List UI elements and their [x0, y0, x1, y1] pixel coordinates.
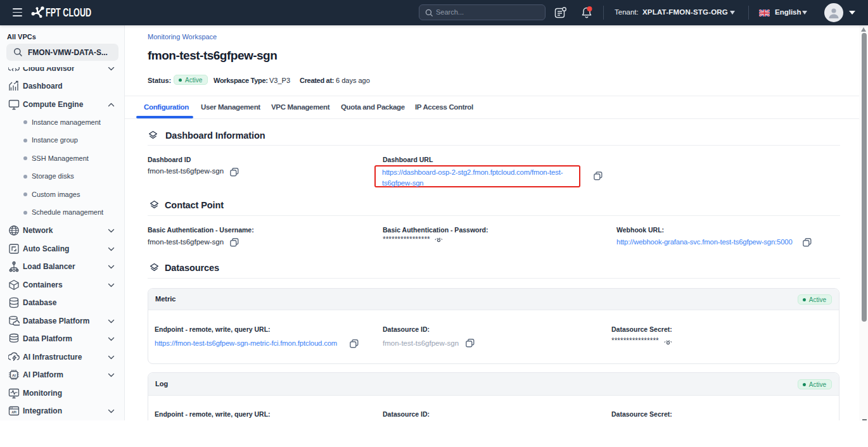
svg-text:AI: AI: [12, 374, 16, 377]
svg-text:API: API: [11, 411, 16, 414]
